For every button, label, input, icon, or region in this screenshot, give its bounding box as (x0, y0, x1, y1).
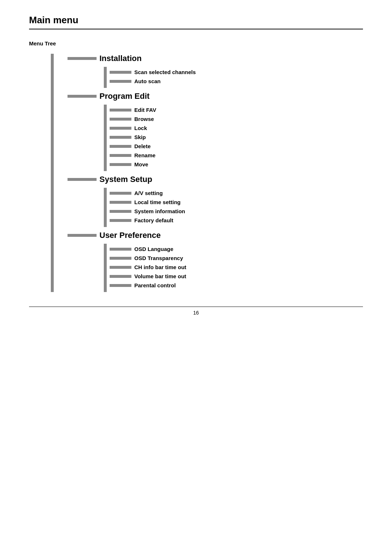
page-footer: 16 (29, 307, 363, 316)
sub-item-label: Browse (134, 116, 154, 122)
sub-item-row: Edit FAV (110, 107, 363, 113)
sub-item-row: OSD Language (110, 246, 363, 252)
sub-item-row: Parental control (110, 282, 363, 288)
sub-item-label: OSD Language (134, 246, 173, 252)
top-level-item-user-preference: User PreferenceOSD LanguageOSD Transpare… (57, 231, 363, 292)
sub-item-label: Parental control (134, 282, 176, 288)
page-title: Main menu (29, 15, 363, 29)
sub-item-label: OSD Transparency (134, 255, 183, 261)
sub-item-label: Factory default (134, 217, 173, 223)
top-level-item-installation: InstallationScan selected channelsAuto s… (57, 54, 363, 88)
page-number: 16 (193, 310, 199, 316)
sub-item-row: System information (110, 208, 363, 214)
sub-item-label: Lock (134, 125, 147, 131)
sub-item-row: CH info bar time out (110, 264, 363, 270)
sub-item-row: Lock (110, 125, 363, 131)
sub-item-label: System information (134, 208, 185, 214)
sub-item-label: Delete (134, 143, 151, 149)
sub-item-label: CH info bar time out (134, 264, 186, 270)
top-level-item-program-edit: Program EditEdit FAVBrowseLockSkipDelete… (57, 92, 363, 171)
sub-items-user-preference: OSD LanguageOSD TransparencyCH info bar … (104, 244, 363, 292)
sub-items-system-setup: A/V settingLocal time settingSystem info… (104, 188, 363, 227)
sub-item-row: Rename (110, 152, 363, 158)
sub-item-label: Auto scan (134, 78, 161, 84)
sub-item-row: Delete (110, 143, 363, 149)
sub-item-label: Scan selected channels (134, 69, 196, 75)
top-level-item-system-setup: System SetupA/V settingLocal time settin… (57, 175, 363, 227)
sub-item-label: Skip (134, 134, 146, 140)
top-item-label-program-edit: Program Edit (99, 92, 150, 101)
sub-item-label: Rename (134, 152, 155, 158)
sub-item-row: Local time setting (110, 199, 363, 205)
sub-item-row: Auto scan (110, 78, 363, 84)
sub-item-label: Local time setting (134, 199, 181, 205)
sub-item-row: Volume bar time out (110, 273, 363, 279)
sub-item-row: Factory default (110, 217, 363, 223)
sub-item-row: Browse (110, 116, 363, 122)
sub-item-row: Move (110, 161, 363, 167)
tree-container: InstallationScan selected channelsAuto s… (51, 54, 363, 292)
sub-item-label: Edit FAV (134, 107, 156, 113)
top-item-label-system-setup: System Setup (99, 175, 152, 184)
sub-item-label: Move (134, 161, 148, 167)
sub-item-label: A/V setting (134, 190, 163, 196)
menu-tree-label: Menu Tree (29, 40, 363, 46)
sub-item-label: Volume bar time out (134, 273, 186, 279)
sub-item-row: A/V setting (110, 190, 363, 196)
sub-item-row: Scan selected channels (110, 69, 363, 75)
sub-items-program-edit: Edit FAVBrowseLockSkipDeleteRenameMove (104, 105, 363, 171)
top-item-label-installation: Installation (99, 54, 142, 63)
sub-item-row: OSD Transparency (110, 255, 363, 261)
sub-item-row: Skip (110, 134, 363, 140)
sub-items-installation: Scan selected channelsAuto scan (104, 67, 363, 88)
top-item-label-user-preference: User Preference (99, 231, 161, 240)
